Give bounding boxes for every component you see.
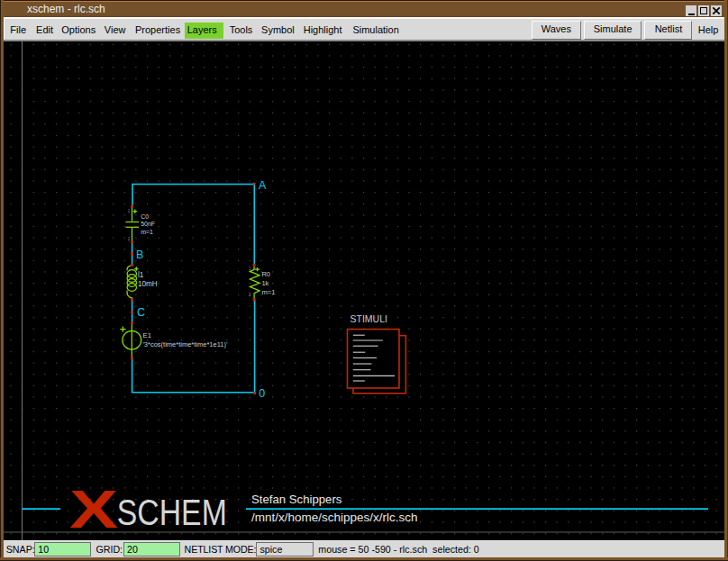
svg-text:C0: C0 [141, 213, 149, 220]
svg-text:B: B [136, 249, 143, 261]
svg-text:R0: R0 [261, 270, 270, 278]
svg-text:SCHEM: SCHEM [117, 493, 227, 532]
svg-text:50nF: 50nF [141, 221, 155, 227]
svg-text:m=1: m=1 [261, 288, 275, 296]
svg-text:E1: E1 [143, 331, 151, 339]
svg-text:l1: l1 [138, 271, 144, 279]
svg-text:C: C [137, 306, 145, 319]
svg-text:10mH: 10mH [138, 280, 158, 288]
svg-text:/mnt/x/home/schippes/x/rlc.sch: /mnt/x/home/schippes/x/rlc.sch [251, 511, 418, 524]
svg-text:Stefan Schippers: Stefan Schippers [251, 493, 342, 506]
svg-text:0: 0 [259, 387, 265, 400]
svg-text:1k: 1k [261, 279, 268, 287]
svg-text:'3*cos(time*time*time*1e11)': '3*cos(time*time*time*1e11)' [142, 340, 228, 348]
svg-text:A: A [259, 179, 267, 192]
svg-text:m=1: m=1 [141, 229, 153, 235]
svg-text:X: X [69, 480, 118, 539]
svg-text:STIMULI: STIMULI [350, 313, 387, 324]
